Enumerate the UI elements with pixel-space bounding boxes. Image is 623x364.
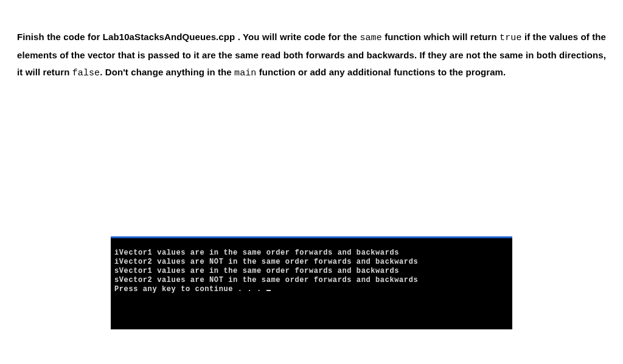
console-line: sVector1 values are in the same order fo… [114,267,509,276]
cursor-icon [266,290,271,291]
instruction-mono-main: main [234,68,256,78]
console-press-key: Press any key to continue . . . [114,285,266,294]
console-output-wrap: iVector1 values are in the same order fo… [111,236,512,329]
page: Finish the code for Lab10aStacksAndQueue… [0,0,623,329]
instruction-seg9: function or add any additional functions… [256,67,506,77]
instruction-mono-false: false [72,68,100,78]
instruction-seg1: Finish the code for Lab10aStacksAndQueue… [17,32,360,42]
instruction-mono-true: true [499,33,521,43]
console-output: iVector1 values are in the same order fo… [111,236,512,329]
instruction-mono-same: same [360,33,381,43]
console-line-prompt: Press any key to continue . . . [114,285,509,294]
console-line: sVector2 values are NOT in the same orde… [114,276,509,285]
instruction-paragraph: Finish the code for Lab10aStacksAndQueue… [17,29,606,81]
console-line: iVector2 values are NOT in the same orde… [114,258,509,267]
instruction-seg7: . Don't change anything in the [100,67,234,77]
instruction-seg3: function which will return [382,32,499,42]
console-line: iVector1 values are in the same order fo… [114,249,509,258]
